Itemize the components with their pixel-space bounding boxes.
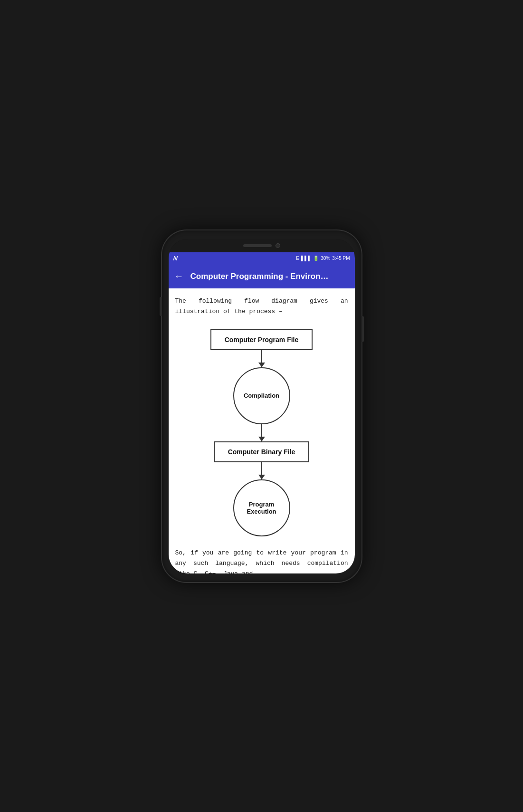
flow-circle-execution: ProgramExecution bbox=[233, 479, 290, 536]
flow-box-binary-file: Computer Binary File bbox=[214, 441, 310, 462]
phone-device: N E ▌▌▌ 🔋 30% 3:45 PM ← Computer Program… bbox=[162, 230, 361, 582]
flow-circle-execution-label: ProgramExecution bbox=[247, 501, 276, 515]
flow-diagram: Computer Program File Compilation Comput… bbox=[175, 325, 348, 544]
flow-box-program-file: Computer Program File bbox=[210, 329, 313, 350]
battery-icon: 🔋 bbox=[313, 256, 319, 261]
status-right: E ▌▌▌ 🔋 30% 3:45 PM bbox=[296, 256, 350, 261]
footer-paragraph: So, if you are going to write your progr… bbox=[175, 548, 348, 573]
status-left: N bbox=[173, 255, 178, 262]
time-display: 3:45 PM bbox=[332, 256, 350, 261]
flow-circle-compilation: Compilation bbox=[233, 367, 290, 424]
app-bar: ← Computer Programming - Environ… bbox=[169, 265, 355, 288]
volume-button bbox=[160, 297, 162, 316]
flow-arrow-2 bbox=[261, 424, 262, 441]
intro-paragraph: The following flow diagram gives an illu… bbox=[175, 296, 348, 317]
battery-percent: 30% bbox=[321, 256, 330, 261]
back-button[interactable]: ← bbox=[174, 271, 184, 282]
flow-arrow-3 bbox=[261, 462, 262, 479]
phone-top-bezel bbox=[169, 239, 355, 252]
power-button bbox=[361, 316, 364, 342]
status-bar: N E ▌▌▌ 🔋 30% 3:45 PM bbox=[169, 252, 355, 265]
flow-arrow-1 bbox=[261, 350, 262, 367]
signal-icon: ▌▌▌ bbox=[301, 256, 311, 261]
content-area: The following flow diagram gives an illu… bbox=[169, 288, 355, 573]
phone-screen: N E ▌▌▌ 🔋 30% 3:45 PM ← Computer Program… bbox=[169, 239, 355, 573]
app-title: Computer Programming - Environ… bbox=[190, 272, 329, 281]
front-camera bbox=[276, 243, 280, 248]
notification-icon: N bbox=[173, 255, 178, 262]
carrier-text: E bbox=[296, 256, 299, 261]
speaker bbox=[243, 244, 272, 247]
